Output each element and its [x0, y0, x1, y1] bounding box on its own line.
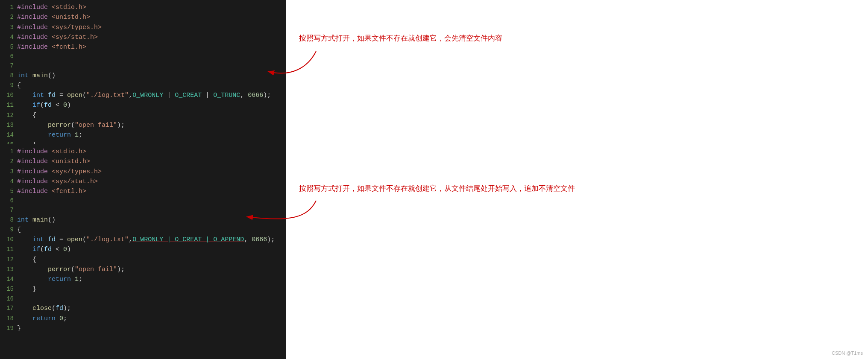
- code-line: 9 {: [4, 225, 282, 235]
- code-line: 13 perror("open fail");: [4, 120, 282, 130]
- code-line: 3 #include <sys/types.h>: [4, 23, 282, 32]
- code-line: 12 {: [4, 111, 282, 120]
- code-line: 6: [4, 52, 282, 61]
- code-panel-top: 1 #include <stdio.h> 2 #include <unistd.…: [0, 0, 286, 144]
- code-line: 2 #include <unistd.h>: [4, 157, 282, 166]
- code-line: 1 #include <stdio.h>: [4, 3, 282, 12]
- code-line: 4 #include <sys/stat.h>: [4, 177, 282, 187]
- code-line: 14 return 1;: [4, 274, 282, 284]
- code-line: 5 #include <fcntl.h>: [4, 42, 282, 52]
- code-line: 6: [4, 196, 282, 206]
- code-line: 9 {: [4, 81, 282, 90]
- code-line: 7: [4, 61, 282, 71]
- code-line: 18 return 0;: [4, 314, 282, 324]
- code-line: 17 close(fd);: [4, 304, 282, 313]
- code-line: 2 #include <unistd.h>: [4, 12, 282, 22]
- annotation-top: 按照写方式打开，如果文件不存在就创建它，会先清空文件内容: [299, 33, 502, 43]
- code-line: 4 #include <sys/stat.h>: [4, 32, 282, 42]
- annotation-bottom: 按照写方式打开，如果文件不存在就创建它，从文件结尾处开始写入，追加不清空文件: [299, 184, 575, 193]
- code-line: 1 #include <stdio.h>: [4, 147, 282, 157]
- code-line: 10 int fd = open("./log.txt",O_WRONLY | …: [4, 90, 282, 100]
- code-line: 3 #include <sys/types.h>: [4, 167, 282, 177]
- code-line: 19 }: [4, 324, 282, 333]
- code-line: 11 if(fd < 0): [4, 245, 282, 254]
- code-line: 14 return 1;: [4, 130, 282, 140]
- code-line: 7: [4, 206, 282, 215]
- code-line: 16: [4, 295, 282, 304]
- code-line: 8 int main(): [4, 71, 282, 81]
- code-line: 15 }: [4, 284, 282, 294]
- watermark: CSDN @T1ms: [832, 350, 863, 356]
- code-line: 11 if(fd < 0): [4, 100, 282, 110]
- code-line: 10 int fd = open("./log.txt",O_WRONLY | …: [4, 235, 282, 245]
- code-line: 13 perror("open fail");: [4, 265, 282, 274]
- code-line: 12 {: [4, 255, 282, 265]
- code-line: 5 #include <fcntl.h>: [4, 187, 282, 196]
- code-panel-bottom: 1 #include <stdio.h> 2 #include <unistd.…: [0, 144, 286, 359]
- code-line: 8 int main(): [4, 215, 282, 225]
